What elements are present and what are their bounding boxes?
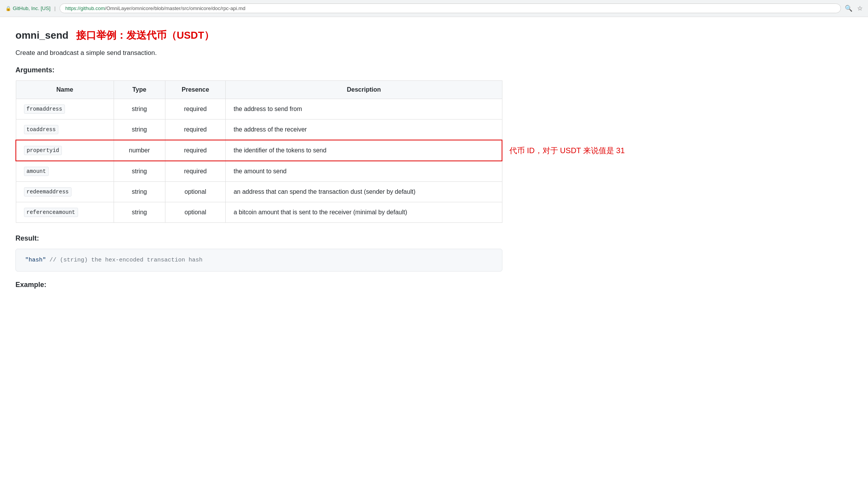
lock-icon: 🔒 [5,6,11,11]
cell-presence: optional [165,202,226,223]
param-name-code: propertyid [24,146,62,155]
cell-presence: required [165,99,226,120]
cell-type: string [114,202,165,223]
highlight-container: the identifier of the tokens to send代币 I… [233,147,494,154]
arguments-heading: Arguments: [15,66,526,74]
param-name-code: toaddress [24,125,59,134]
search-icon[interactable]: 🔍 [845,5,853,12]
description-text: the identifier of the tokens to send [233,147,326,154]
cell-presence: required [165,120,226,140]
table-row: toaddressstringrequiredthe address of th… [16,120,502,140]
cell-type: string [114,120,165,140]
cell-name: redeemaddress [16,182,114,202]
table-row: referenceamountstringoptionala bitcoin a… [16,202,502,223]
cell-presence: required [165,161,226,182]
result-code-comment: // (string) the hex-encoded transaction … [49,257,203,263]
result-heading: Result: [15,234,526,243]
example-heading: Example: [15,281,526,289]
cell-name: fromaddress [16,99,114,120]
param-name-code: referenceamount [24,208,78,217]
result-code-string: "hash" [25,257,46,263]
page-title-chinese: 接口举例：发送代币（USDT） [76,29,214,42]
cell-description: the amount to send [226,161,502,182]
col-header-type: Type [114,81,165,99]
param-name-code: redeemaddress [24,187,71,196]
star-icon[interactable]: ☆ [857,5,863,12]
security-label: GitHub, Inc. [US] [13,5,51,11]
cell-description: the address to send from [226,99,502,120]
title-row: omni_send 接口举例：发送代币（USDT） [15,29,526,42]
cell-name: toaddress [16,120,114,140]
separator: | [54,5,56,11]
url-green: https://github.com [65,5,105,11]
table-header-row: Name Type Presence Description [16,81,502,99]
table-row: fromaddressstringrequiredthe address to … [16,99,502,120]
browser-icons: 🔍 ☆ [845,5,863,12]
cell-name: propertyid [16,140,114,161]
cell-type: string [114,182,165,202]
table-row: propertyidnumberrequiredthe identifier o… [16,140,502,161]
page-content: omni_send 接口举例：发送代币（USDT） Create and bro… [0,17,541,307]
result-section: Result: "hash" // (string) the hex-encod… [15,234,526,272]
cell-description: a bitcoin amount that is sent to the rec… [226,202,502,223]
cell-description: the identifier of the tokens to send代币 I… [226,140,502,161]
example-section: Example: [15,281,526,289]
page-title-main: omni_send [15,29,68,41]
table-row: amountstringrequiredthe amount to send [16,161,502,182]
cell-type: string [114,99,165,120]
cell-type: number [114,140,165,161]
cell-description: the address of the receiver [226,120,502,140]
cell-name: referenceamount [16,202,114,223]
url-bar[interactable]: https://github.com /OmniLayer/omnicore/b… [60,3,841,13]
security-badge: 🔒 GitHub, Inc. [US] [5,5,51,11]
page-description: Create and broadcast a simple send trans… [15,49,526,57]
cell-name: amount [16,161,114,182]
result-code-block: "hash" // (string) the hex-encoded trans… [15,249,502,272]
arguments-table: Name Type Presence Description fromaddre… [15,80,502,223]
browser-chrome: 🔒 GitHub, Inc. [US] | https://github.com… [0,0,868,17]
url-path: /OmniLayer/omnicore/blob/master/src/omni… [105,5,245,11]
param-name-code: fromaddress [24,104,65,114]
cell-presence: required [165,140,226,161]
table-row: redeemaddressstringoptionalan address th… [16,182,502,202]
cell-description: an address that can spend the transactio… [226,182,502,202]
cell-type: string [114,161,165,182]
chinese-annotation: 代币 ID，对于 USDT 来说值是 31 [502,145,625,156]
param-name-code: amount [24,167,49,176]
col-header-presence: Presence [165,81,226,99]
col-header-name: Name [16,81,114,99]
col-header-description: Description [226,81,502,99]
cell-presence: optional [165,182,226,202]
